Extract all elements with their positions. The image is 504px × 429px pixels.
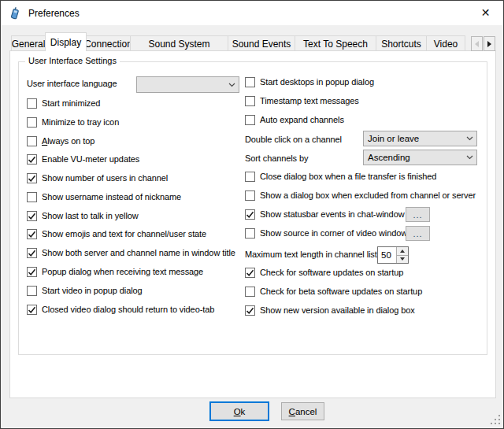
checkbox-check-for-software-updates-on-startup[interactable] [245, 268, 255, 278]
checkbox-show-both-server-and-channel-name-in-window-title[interactable] [27, 248, 37, 258]
checkbox-always-on-top[interactable] [27, 136, 37, 146]
checkbox-row: Check for beta software updates on start… [245, 287, 422, 297]
checkbox-label: Always on top [42, 136, 94, 146]
close-button[interactable]: ✕ [468, 1, 503, 24]
checkbox-label: Auto expand channels [260, 115, 344, 125]
checkbox-show-a-dialog-box-when-excluded-from-channel-or-server[interactable] [245, 190, 255, 201]
checkbox-label: Show username instead of nickname [42, 192, 181, 202]
checkbox-label: Minimize to tray icon [42, 117, 119, 128]
tab-general[interactable]: General [11, 35, 46, 51]
checkbox-row: Start video in popup dialog [27, 286, 143, 296]
chevron-down-icon [462, 136, 476, 141]
spin-up-button[interactable] [397, 247, 408, 256]
checkbox-row: Show source in corner of video window... [245, 228, 407, 239]
tab-sound-system[interactable]: Sound System [130, 35, 228, 51]
checkbox-row: Show number of users in channel [27, 173, 168, 183]
checkbox-show-username-instead-of-nickname[interactable] [27, 192, 37, 202]
checkbox-show-new-version-available-in-dialog-box[interactable] [245, 305, 255, 316]
checkbox-show-emojis-and-text-for-channel-user-state[interactable] [27, 229, 37, 239]
checkbox-label: Show number of users in channel [42, 173, 168, 183]
ok-button[interactable]: Ok [209, 401, 269, 421]
checkbox-row: Auto expand channels [245, 115, 344, 125]
cancel-button[interactable]: Cancel [281, 402, 324, 420]
down-arrow-icon [400, 257, 405, 261]
checkbox-row: Always on top [27, 136, 94, 146]
checkbox-show-source-in-corner-of-video-window[interactable] [245, 228, 255, 239]
checkbox-closed-video-dialog-should-return-to-video-tab[interactable] [27, 305, 37, 315]
checkbox-minimize-to-tray-icon[interactable] [27, 117, 37, 128]
checkbox-label: Show source in corner of video window [260, 228, 407, 239]
checkbox-label: Start minimized [42, 98, 100, 109]
tab-video[interactable]: Video [426, 35, 465, 51]
checkbox-show-last-to-talk-in-yellow[interactable] [27, 211, 37, 221]
ellipsis-button[interactable]: ... [406, 207, 430, 222]
sort-channels-label: Sort channels by [245, 153, 308, 163]
max-text-length-spinner[interactable]: 50 [377, 246, 409, 264]
tab-shortcuts[interactable]: Shortcuts [376, 35, 427, 51]
resize-grip[interactable] [490, 415, 500, 425]
spinner-value[interactable]: 50 [378, 247, 396, 263]
checkbox-row: Check for software updates on startup [245, 268, 403, 278]
checkbox-label: Show last to talk in yellow [42, 211, 139, 221]
titlebar: Preferences ✕ [1, 1, 503, 25]
tab-text-to-speech[interactable]: Text To Speech [295, 35, 376, 51]
checkbox-row: Start minimized [27, 98, 100, 109]
checkbox-label: Start desktops in popup dialog [260, 77, 374, 87]
checkbox-start-video-in-popup-dialog[interactable] [27, 286, 37, 296]
checkbox-enable-vu-meter-updates[interactable] [27, 154, 37, 165]
sort-channels-combobox[interactable]: Ascending [363, 150, 477, 165]
max-text-length-label: Maximum text length in channel list [245, 250, 377, 259]
checkbox-label: Timestamp text messages [260, 96, 359, 106]
checkbox-label: Start video in popup dialog [42, 286, 143, 296]
checkbox-row: Close dialog box when a file transfer is… [245, 172, 436, 182]
tab-scroll-right-button[interactable] [484, 36, 495, 51]
checkbox-start-desktops-in-popup-dialog[interactable] [245, 77, 255, 87]
checkbox-auto-expand-channels[interactable] [245, 115, 255, 125]
checkbox-row: Start desktops in popup dialog [245, 77, 374, 87]
tab-sound-events[interactable]: Sound Events [228, 35, 295, 51]
tab-connection[interactable]: Connection [86, 35, 131, 51]
checkbox-check-for-beta-software-updates-on-startup[interactable] [245, 287, 255, 297]
checkbox-label: Show statusbar events in chat-window [260, 209, 405, 220]
checkbox-label: Close dialog box when a file transfer is… [260, 172, 436, 182]
checkbox-start-minimized[interactable] [27, 98, 37, 109]
preferences-dialog: Preferences ✕ GeneralDisplayConnectionSo… [0, 0, 504, 429]
checkbox-row: Show both server and channel name in win… [27, 248, 235, 258]
group-title: User Interface Settings [25, 56, 120, 65]
tab-scroll-left-button[interactable] [471, 36, 483, 51]
checkbox-show-statusbar-events-in-chat-window[interactable] [245, 209, 255, 220]
combobox-value: Join or leave [364, 134, 462, 143]
up-arrow-icon [400, 250, 405, 253]
checkbox-row: Closed video dialog should return to vid… [27, 305, 214, 315]
chevron-down-icon [224, 83, 239, 87]
checkbox-label: Check for software updates on startup [260, 268, 403, 278]
checkbox-popup-dialog-when-receiving-text-message[interactable] [27, 267, 37, 277]
checkbox-label: Show both server and channel name in win… [42, 248, 235, 258]
checkbox-timestamp-text-messages[interactable] [245, 96, 255, 106]
checkbox-row: Show username instead of nickname [27, 192, 181, 202]
checkbox-label: Show new version available in dialog box [260, 305, 415, 316]
ellipsis-button[interactable]: ... [406, 226, 430, 241]
checkbox-label: Closed video dialog should return to vid… [42, 305, 214, 315]
checkbox-row: Show last to talk in yellow [27, 211, 139, 221]
chevron-down-icon [462, 155, 476, 160]
checkbox-show-number-of-users-in-channel[interactable] [27, 173, 37, 183]
checkbox-row: Show new version available in dialog box [245, 305, 415, 316]
language-combobox[interactable] [136, 76, 239, 93]
checkbox-close-dialog-box-when-a-file-transfer-is-finished[interactable] [245, 172, 255, 182]
spin-down-button[interactable] [397, 256, 408, 264]
checkbox-label: Show a dialog box when excluded from cha… [260, 190, 476, 201]
checkbox-row: Show emojis and text for channel/user st… [27, 229, 206, 239]
checkbox-row: Popup dialog when receiving text message [27, 267, 203, 277]
left-arrow-icon [475, 41, 479, 47]
tab-display[interactable]: Display [45, 32, 87, 51]
checkbox-label: Show emojis and text for channel/user st… [42, 229, 206, 239]
teamtalk-app-icon [9, 7, 22, 20]
checkbox-label: Enable VU-meter updates [42, 154, 139, 165]
checkbox-row: Enable VU-meter updates [27, 154, 139, 165]
double-click-combobox[interactable]: Join or leave [363, 131, 477, 146]
checkbox-row: Timestamp text messages [245, 96, 359, 106]
checkbox-label: Check for beta software updates on start… [260, 287, 422, 297]
tab-bar: GeneralDisplayConnectionSound SystemSoun… [11, 32, 471, 51]
combobox-value: Ascending [364, 153, 462, 162]
